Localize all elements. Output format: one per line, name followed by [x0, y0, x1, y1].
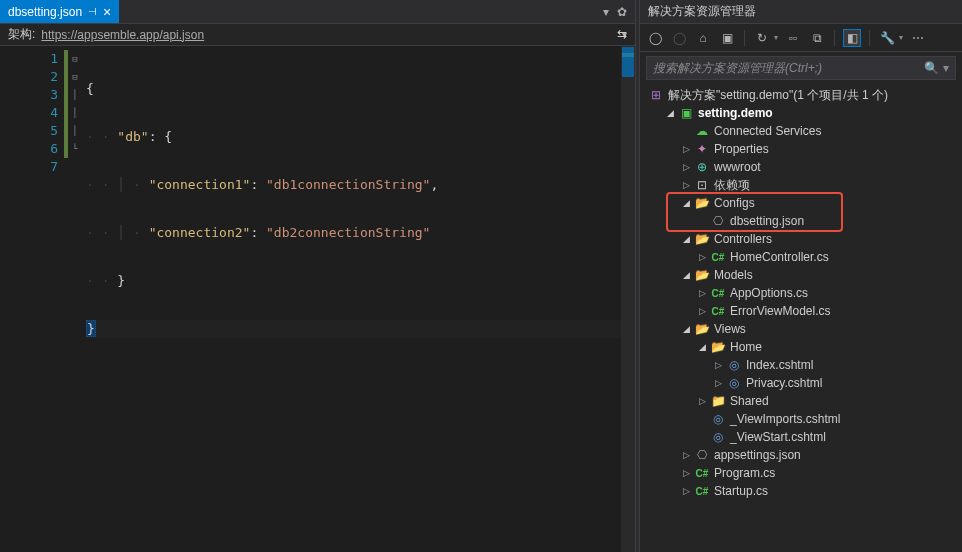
cshtml-icon: ◎	[710, 430, 726, 444]
search-placeholder: 搜索解决方案资源管理器(Ctrl+;)	[653, 60, 924, 77]
wwwroot-node[interactable]: ▷⊕wwwroot	[644, 158, 962, 176]
expand-icon[interactable]: ▷	[696, 396, 708, 406]
folder-open-icon: 📂	[694, 322, 710, 336]
expand-icon[interactable]: ▷	[680, 468, 692, 478]
cs-icon: C#	[694, 468, 710, 479]
fold-column[interactable]: ⊟⊟│││└	[68, 46, 82, 552]
schema-label: 架构:	[8, 26, 35, 43]
refresh-icon[interactable]: ⧉	[808, 29, 826, 47]
models-folder[interactable]: ◢📂Models	[644, 266, 962, 284]
file-viewimports[interactable]: ◎_ViewImports.cshtml	[644, 410, 962, 428]
configs-folder[interactable]: ◢📂Configs	[644, 194, 962, 212]
tab-bar: dbsetting.json ⊣ × ▾ ✿	[0, 0, 635, 24]
collapse-icon[interactable]: ◢	[680, 270, 692, 280]
file-program[interactable]: ▷C#Program.cs	[644, 464, 962, 482]
schema-url[interactable]: https://appsemble.app/api.json	[41, 28, 616, 42]
editor-pane: dbsetting.json ⊣ × ▾ ✿ 架构: https://appse…	[0, 0, 635, 552]
explorer-title: 解决方案资源管理器	[640, 0, 962, 24]
expand-icon[interactable]: ▷	[696, 252, 708, 262]
expand-icon[interactable]: ▷	[680, 486, 692, 496]
tab-dbsetting[interactable]: dbsetting.json ⊣ ×	[0, 0, 119, 23]
dropdown-icon[interactable]: ▾	[603, 5, 609, 19]
collapse-icon[interactable]: ◢	[680, 234, 692, 244]
tab-title: dbsetting.json	[8, 5, 82, 19]
expand-icon[interactable]: ▷	[680, 144, 692, 154]
file-viewstart[interactable]: ◎_ViewStart.cshtml	[644, 428, 962, 446]
expand-icon[interactable]: ▷	[680, 180, 692, 190]
expand-icon[interactable]: ◢	[664, 108, 676, 118]
forward-icon[interactable]: ◯	[670, 29, 688, 47]
cshtml-icon: ◎	[726, 358, 742, 372]
json-icon: ⎔	[710, 214, 726, 228]
file-dbsetting[interactable]: ⎔dbsetting.json	[644, 212, 962, 230]
folder-open-icon: 📂	[694, 268, 710, 282]
cshtml-icon: ◎	[710, 412, 726, 426]
folder-open-icon: 📂	[694, 232, 710, 246]
views-folder[interactable]: ◢📂Views	[644, 320, 962, 338]
expand-icon[interactable]: ▷	[712, 378, 724, 388]
csproj-icon: ▣	[678, 106, 694, 120]
collapse-icon[interactable]: ◢	[680, 324, 692, 334]
preview-icon[interactable]: ◧	[843, 29, 861, 47]
solution-tree: ⊞解决方案"setting.demo"(1 个项目/共 1 个) ◢▣setti…	[640, 84, 962, 552]
showall-icon[interactable]: ▫▫	[784, 29, 802, 47]
explorer-toolbar: ◯ ◯ ⌂ ▣ ↻▾ ▫▫ ⧉ ◧ 🔧▾ ⋯	[640, 24, 962, 52]
cloud-icon: ☁	[694, 124, 710, 138]
scope-icon[interactable]: ▣	[718, 29, 736, 47]
editor-scrollbar[interactable]	[621, 46, 635, 552]
dependencies-node[interactable]: ▷⊡依赖项	[644, 176, 962, 194]
sync-icon[interactable]: ↻	[753, 29, 771, 47]
expand-icon[interactable]: ▷	[696, 306, 708, 316]
folder-icon: 📁	[710, 394, 726, 408]
solution-node[interactable]: ⊞解决方案"setting.demo"(1 个项目/共 1 个)	[644, 86, 962, 104]
collapse-icon[interactable]: ◢	[680, 198, 692, 208]
deps-icon: ⊡	[694, 178, 710, 192]
back-icon[interactable]: ◯	[646, 29, 664, 47]
file-errorvm[interactable]: ▷C#ErrorViewModel.cs	[644, 302, 962, 320]
code-editor[interactable]: 1 2 3 4 5 6 7 ⊟⊟│││└ { · · "db": { · · │…	[0, 46, 635, 552]
file-index[interactable]: ▷◎Index.cshtml	[644, 356, 962, 374]
solution-icon: ⊞	[648, 88, 664, 102]
json-icon: ⎔	[694, 448, 710, 462]
cs-icon: C#	[694, 486, 710, 497]
cshtml-icon: ◎	[726, 376, 742, 390]
folder-open-icon: 📂	[694, 196, 710, 210]
cs-icon: C#	[710, 252, 726, 263]
code-content[interactable]: { · · "db": { · · │ · "connection1": "db…	[82, 46, 635, 552]
tab-bar-actions: ▾ ✿	[603, 0, 635, 23]
expand-icon[interactable]: ▷	[680, 450, 692, 460]
search-icon[interactable]: 🔍	[924, 61, 939, 75]
folder-open-icon: 📂	[710, 340, 726, 354]
home-icon[interactable]: ⌂	[694, 29, 712, 47]
close-icon[interactable]: ×	[103, 4, 111, 20]
connected-services[interactable]: ☁Connected Services	[644, 122, 962, 140]
pin-icon[interactable]: ⊣	[88, 6, 97, 17]
file-appoptions[interactable]: ▷C#AppOptions.cs	[644, 284, 962, 302]
file-privacy[interactable]: ▷◎Privacy.cshtml	[644, 374, 962, 392]
cs-icon: C#	[710, 306, 726, 317]
controllers-folder[interactable]: ◢📂Controllers	[644, 230, 962, 248]
split-icon[interactable]: ⇆	[617, 27, 627, 41]
shared-folder[interactable]: ▷📁Shared	[644, 392, 962, 410]
line-gutter: 1 2 3 4 5 6 7	[0, 46, 64, 552]
file-appsettings[interactable]: ▷⎔appsettings.json	[644, 446, 962, 464]
gear-icon[interactable]: ✿	[617, 5, 627, 19]
wrench-icon[interactable]: 🔧	[878, 29, 896, 47]
project-node[interactable]: ◢▣setting.demo	[644, 104, 962, 122]
file-homecontroller[interactable]: ▷C#HomeController.cs	[644, 248, 962, 266]
wrench-icon: ✦	[694, 142, 710, 156]
properties-node[interactable]: ▷✦Properties	[644, 140, 962, 158]
collapse-icon[interactable]: ◢	[696, 342, 708, 352]
cs-icon: C#	[710, 288, 726, 299]
expand-icon[interactable]: ▷	[680, 162, 692, 172]
schema-bar: 架构: https://appsemble.app/api.json ▾ ⇆	[0, 24, 635, 46]
globe-icon: ⊕	[694, 160, 710, 174]
search-dropdown-icon[interactable]: ▾	[943, 61, 949, 75]
file-startup[interactable]: ▷C#Startup.cs	[644, 482, 962, 500]
more-icon[interactable]: ⋯	[909, 29, 927, 47]
expand-icon[interactable]: ▷	[712, 360, 724, 370]
home-folder[interactable]: ◢📂Home	[644, 338, 962, 356]
expand-icon[interactable]: ▷	[696, 288, 708, 298]
solution-explorer: 解决方案资源管理器 ◯ ◯ ⌂ ▣ ↻▾ ▫▫ ⧉ ◧ 🔧▾ ⋯ 搜索解决方案资…	[640, 0, 962, 552]
explorer-search[interactable]: 搜索解决方案资源管理器(Ctrl+;) 🔍▾	[646, 56, 956, 80]
